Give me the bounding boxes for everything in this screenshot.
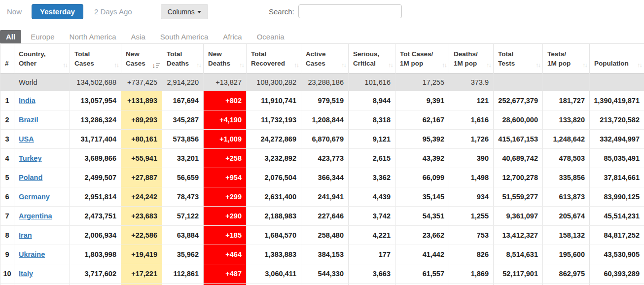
cell-new_cases: +22,586: [121, 226, 162, 245]
yesterday-button[interactable]: Yesterday: [32, 4, 83, 19]
country-link[interactable]: Poland: [19, 174, 42, 181]
cell-total_cases: 3,689,866: [70, 149, 121, 168]
column-header-index: #: [0, 44, 14, 73]
sort-icon: ↑↓: [114, 61, 118, 69]
cell-total_tests: 12,700,278: [494, 168, 543, 187]
column-header-total_cases[interactable]: TotalCases↑↓: [70, 44, 121, 73]
cell-total_deaths: 63,884: [162, 226, 204, 245]
column-header-total_deaths[interactable]: TotalDeaths↑↓: [162, 44, 204, 73]
tab-south-america[interactable]: South America: [153, 30, 216, 43]
table-row-india: 1India13,057,954+131,893167,694+80211,91…: [0, 91, 644, 110]
cell-total_deaths: 112,861: [162, 264, 204, 284]
country-link[interactable]: Italy: [19, 270, 33, 278]
cell-country: USA: [14, 130, 70, 149]
cell-tests_1m: 478,503: [543, 149, 590, 168]
cell-total_tests: 252,677,379: [494, 91, 543, 110]
column-header-population[interactable]: Population↑↓: [590, 44, 644, 73]
cell-population: [590, 284, 644, 285]
cell-new_cases: [121, 284, 162, 285]
column-header-tests_1m[interactable]: Tests/1M pop↑↓: [543, 44, 590, 73]
header-line2: 1M pop: [547, 59, 587, 69]
header-line1: Serious,: [353, 49, 393, 59]
tab-asia[interactable]: Asia: [124, 30, 153, 43]
column-header-country[interactable]: Country,Other↑↓: [14, 44, 70, 73]
cell-tests_1m: 181,727: [543, 91, 590, 110]
cell-population: 37,814,661: [590, 168, 644, 187]
cell-tot_cases_1m: 9,391: [395, 91, 449, 110]
cell-country: World: [14, 73, 70, 91]
cell-total_tests: [494, 284, 543, 285]
header-line1: Total: [251, 49, 299, 59]
cell-total_deaths: 345,287: [162, 110, 204, 130]
two-days-ago-button[interactable]: 2 Days Ago: [94, 4, 132, 19]
cell-new_deaths: +4,190: [204, 110, 247, 130]
column-header-total_recovered[interactable]: TotalRecovered↑↓: [247, 44, 301, 73]
cell-total_deaths: 167,694: [162, 91, 204, 110]
header-line1: Active: [306, 49, 346, 59]
columns-dropdown-button[interactable]: Columns: [161, 4, 208, 19]
country-link[interactable]: USA: [19, 135, 34, 143]
cell-tests_1m: 205,674: [543, 207, 590, 226]
cell-population: 45,514,231: [590, 207, 644, 226]
column-header-new_deaths[interactable]: NewDeaths↑↓: [204, 44, 247, 73]
cell-deaths_1m: 1,616: [449, 110, 494, 130]
column-header-deaths_1m[interactable]: Deaths/1M pop↑↓: [449, 44, 494, 73]
column-header-total_tests[interactable]: TotalTests↑↓: [494, 44, 543, 73]
now-button[interactable]: Now: [7, 4, 22, 19]
cell-active_cases: 241,941: [301, 187, 349, 207]
cell-total_cases: 2,473,751: [70, 207, 121, 226]
cell-new_cases: +24,242: [121, 187, 162, 207]
cell-serious_critical: 101,616: [349, 73, 395, 91]
cell-total_tests: 9,361,097: [494, 207, 543, 226]
cell-tot_cases_1m: 95,392: [395, 130, 449, 149]
country-link[interactable]: Iran: [19, 231, 32, 239]
column-header-tot_cases_1m[interactable]: Tot Cases/1M pop↑↓: [395, 44, 449, 73]
cell-total_recovered: 2,631,400: [247, 187, 301, 207]
country-link[interactable]: Brazil: [19, 116, 38, 124]
country-link[interactable]: India: [19, 97, 36, 105]
cell-deaths_1m: 1,869: [449, 264, 494, 284]
cell-index: [0, 284, 14, 285]
table-row-partial: [0, 284, 644, 285]
country-link[interactable]: Germany: [19, 193, 50, 201]
header-line1: Tot Cases/: [400, 49, 447, 59]
header-line2: 1M pop: [454, 59, 491, 69]
cell-serious_critical: 9,121: [349, 130, 395, 149]
cell-country: Germany: [14, 187, 70, 207]
cell-new_cases: +80,161: [121, 130, 162, 149]
cell-country: Italy: [14, 264, 70, 284]
sort-icon: ↑↓: [63, 61, 67, 69]
world-summary-row: World134,502,688+737,4252,914,220+13,827…: [0, 73, 644, 91]
tab-africa[interactable]: Africa: [215, 30, 249, 43]
country-link[interactable]: Turkey: [19, 154, 41, 162]
sort-icon: ↑↓: [239, 61, 244, 69]
cell-total_deaths: 78,473: [162, 187, 204, 207]
sort-icon: ↑↓: [341, 61, 346, 69]
sort-desc-icon: ↓: [152, 62, 160, 69]
column-header-new_cases[interactable]: NewCases↓: [121, 44, 162, 73]
cell-deaths_1m: 1,498: [449, 168, 494, 187]
cell-serious_critical: 4,221: [349, 226, 395, 245]
tab-north-america[interactable]: North America: [62, 30, 124, 43]
country-link[interactable]: Argentina: [19, 212, 52, 220]
column-header-active_cases[interactable]: ActiveCases↑↓: [301, 44, 349, 73]
columns-label: Columns: [168, 8, 195, 16]
cell-total_tests: 8,514,631: [494, 245, 543, 264]
country-link[interactable]: Ukraine: [19, 250, 45, 258]
cell-total_cases: 3,717,602: [70, 264, 121, 284]
cell-new_deaths: +290: [204, 207, 247, 226]
header-line1: Deaths/: [454, 49, 491, 59]
header-line2: Critical: [353, 59, 393, 69]
sort-icon: ↑↓: [294, 61, 298, 69]
cell-deaths_1m: 753: [449, 226, 494, 245]
cell-index: 8: [0, 226, 14, 245]
cell-new_deaths: +258: [204, 149, 247, 168]
tab-all[interactable]: All: [0, 30, 21, 43]
tab-europe[interactable]: Europe: [23, 30, 62, 43]
tab-oceania[interactable]: Oceania: [250, 30, 292, 43]
cell-serious_critical: 3,663: [349, 264, 395, 284]
column-header-serious_critical[interactable]: Serious,Critical↑↓: [349, 44, 395, 73]
search-input[interactable]: [298, 4, 402, 18]
cell-country: Brazil: [14, 110, 70, 130]
cell-total_recovered: 1,684,570: [247, 226, 301, 245]
